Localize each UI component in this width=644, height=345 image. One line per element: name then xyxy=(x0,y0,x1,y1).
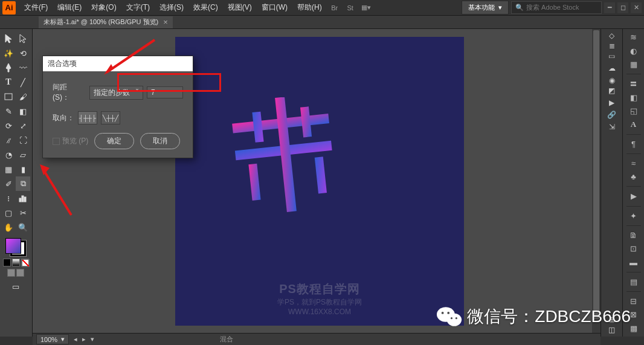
direct-selection-tool[interactable] xyxy=(16,31,30,46)
blend-tool[interactable]: ⧉ xyxy=(16,176,30,191)
shaper-tool[interactable]: ✎ xyxy=(1,104,16,118)
none-mode-icon[interactable] xyxy=(21,259,29,266)
window-close[interactable]: ✕ xyxy=(631,2,642,13)
ext-transparency-icon[interactable]: ◱ xyxy=(625,105,642,117)
search-input[interactable]: 🔍 搜索 Adobe Stock xyxy=(511,1,602,14)
svg-rect-8 xyxy=(300,106,312,137)
rectangle-tool[interactable] xyxy=(1,89,16,104)
line-tool[interactable]: ╱ xyxy=(16,75,30,89)
artboards-icon[interactable]: ▭ xyxy=(608,52,615,60)
mesh-tool[interactable]: ▦ xyxy=(1,162,16,176)
nav-prev-icon[interactable]: ◂ xyxy=(74,335,77,343)
window-minimize[interactable]: ━ xyxy=(604,2,615,13)
gradient-tool[interactable]: ▮ xyxy=(16,162,30,176)
transform-icon[interactable]: ▶ xyxy=(625,190,642,202)
nav-next-icon[interactable]: ▸ xyxy=(82,335,86,343)
artboard-tool[interactable]: ▢ xyxy=(1,205,16,220)
magic-wand-tool[interactable]: ✨ xyxy=(1,46,16,60)
attributes-icon[interactable]: ▬ xyxy=(625,256,642,268)
graphic-styles-icon[interactable]: ◩ xyxy=(608,86,615,95)
artboard-nav-icon[interactable]: ▾ xyxy=(91,335,94,343)
eyedropper-tool[interactable]: ✐ xyxy=(1,176,16,191)
menu-effect[interactable]: 效果(C) xyxy=(188,0,223,15)
dialog-title: 混合选项 xyxy=(43,56,193,71)
preview-checkbox[interactable]: 预览 (P) xyxy=(53,136,88,146)
cancel-button[interactable]: 取消 xyxy=(140,133,180,149)
libraries-icon[interactable]: ☁ xyxy=(608,64,616,73)
paintbrush-tool[interactable]: 🖌 xyxy=(16,89,30,104)
document-tab[interactable]: 未标题-1.ai* @ 100% (RGB/GPU 预览) × xyxy=(39,16,173,28)
svg-point-13 xyxy=(442,312,444,314)
curvature-tool[interactable]: 〰 xyxy=(16,60,30,75)
menu-view[interactable]: 视图(V) xyxy=(223,0,257,15)
tab-close-icon[interactable]: × xyxy=(163,18,168,27)
stock-icon[interactable]: St xyxy=(344,2,357,14)
actions-icon[interactable]: ▶ xyxy=(609,98,614,107)
lasso-tool[interactable]: ⟲ xyxy=(16,46,30,60)
layers-icon[interactable]: ≣ xyxy=(609,42,615,50)
menubar: Ai 文件(F) 编辑(E) 对象(O) 文字(T) 选择(S) 效果(C) 视… xyxy=(0,0,644,16)
vscroll-thumb[interactable] xyxy=(593,30,599,319)
orient-align-path-button[interactable]: ╲┼┼╱ xyxy=(101,111,120,124)
width-tool[interactable]: ⫽ xyxy=(1,133,16,147)
asset-export-icon[interactable]: ⇲ xyxy=(609,123,615,131)
menu-select[interactable]: 选择(S) xyxy=(155,0,188,15)
arrange-icon[interactable]: ▦▾ xyxy=(359,2,373,14)
shape-builder-tool[interactable]: ◔ xyxy=(1,147,16,162)
menu-window[interactable]: 窗口(W) xyxy=(257,0,292,15)
links-icon[interactable]: 🔗 xyxy=(607,111,616,119)
menu-help[interactable]: 帮助(H) xyxy=(292,0,327,15)
navigator-icon[interactable]: ⊡ xyxy=(625,243,642,254)
orient-align-page-button[interactable]: ┤┼┼├ xyxy=(78,111,97,124)
bridge-icon[interactable]: Br xyxy=(328,2,341,14)
free-transform-tool[interactable]: ⛶ xyxy=(16,133,30,147)
scale-tool[interactable]: ⤢ xyxy=(16,118,30,133)
ext-stroke-icon[interactable]: 〓 xyxy=(625,78,642,89)
svg-point-12 xyxy=(447,314,462,326)
slice-tool[interactable]: ✂ xyxy=(16,205,30,220)
ext-gradient-icon[interactable]: ◧ xyxy=(625,91,642,103)
draw-normal-icon[interactable] xyxy=(7,269,15,277)
info-icon[interactable]: ✦ xyxy=(625,210,642,221)
workspace-label: 基本功能 xyxy=(468,3,495,12)
appearance-icon[interactable]: ◉ xyxy=(609,76,615,85)
screen-mode-icon[interactable]: ▭ xyxy=(8,279,23,294)
selection-tool[interactable] xyxy=(1,31,16,46)
ext-color-icon[interactable]: ◐ xyxy=(625,45,642,56)
color-mode-icon[interactable] xyxy=(3,259,11,266)
menu-object[interactable]: 对象(O) xyxy=(86,0,121,15)
fill-stroke-swatch[interactable] xyxy=(5,238,26,256)
right-dock-b: ≋ ◐ ▦ 〓 ◧ ◱ A ¶ ≈ ♣ ▶ ✦ 🗎 ⊡ ▬ ▤ ⊟ ⊠ ▩ xyxy=(622,29,644,337)
ok-button[interactable]: 确定 xyxy=(94,133,134,149)
properties-icon[interactable]: ◇ xyxy=(609,31,614,40)
hand-tool[interactable]: ✋ xyxy=(1,220,16,234)
window-restore[interactable]: ◻ xyxy=(617,2,628,13)
character-icon[interactable]: A xyxy=(625,118,642,130)
zoom-tool[interactable]: 🔍 xyxy=(16,220,30,234)
column-graph-tool[interactable] xyxy=(16,191,30,205)
zoom-selector[interactable]: 100% ▾ xyxy=(36,334,69,344)
ext-layers-icon[interactable]: ≋ xyxy=(625,31,642,43)
workspace-selector[interactable]: 基本功能 ▾ xyxy=(462,1,509,15)
spacing-mode-select[interactable]: 指定的步数 ˅ xyxy=(89,86,143,100)
paragraph-icon[interactable]: ¶ xyxy=(625,138,642,149)
symbol-sprayer-tool[interactable]: ⫶ xyxy=(1,191,16,205)
menu-file[interactable]: 文件(F) xyxy=(19,0,53,15)
menu-type[interactable]: 文字(T) xyxy=(121,0,155,15)
pen-tool[interactable] xyxy=(1,60,16,75)
brushes-icon[interactable]: ≈ xyxy=(625,158,642,169)
gradient-mode-icon[interactable] xyxy=(12,259,20,266)
type-tool[interactable]: T xyxy=(1,75,16,89)
zoom-value: 100% xyxy=(40,336,57,343)
separations-icon[interactable]: ▤ xyxy=(625,276,642,288)
ext-swatches-icon[interactable]: ▦ xyxy=(625,59,642,70)
vertical-scrollbar[interactable] xyxy=(592,29,601,337)
eraser-tool[interactable]: ◧ xyxy=(16,104,30,118)
doc-info-icon[interactable]: 🗎 xyxy=(625,230,642,241)
draw-behind-icon[interactable] xyxy=(16,269,24,277)
perspective-tool[interactable]: ▱ xyxy=(16,147,30,162)
spacing-value-input[interactable] xyxy=(147,86,183,98)
menu-edit[interactable]: 编辑(E) xyxy=(53,0,86,15)
symbols-icon[interactable]: ♣ xyxy=(625,171,642,182)
rotate-tool[interactable]: ⟳ xyxy=(1,118,16,133)
